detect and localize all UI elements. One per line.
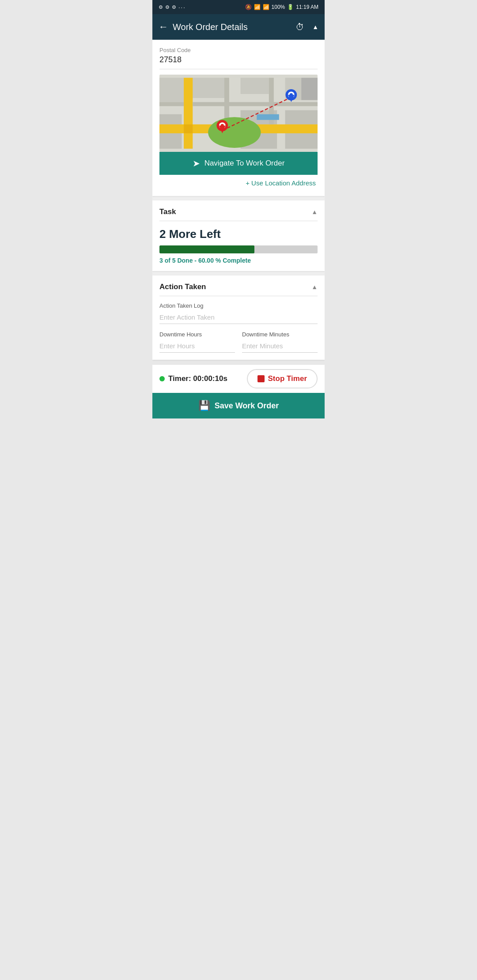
location-link-container: + Use Location Address xyxy=(159,175,318,189)
svg-point-15 xyxy=(208,117,261,148)
battery-icon: 🔋 xyxy=(287,4,294,10)
more-icon: ··· xyxy=(178,4,186,11)
svg-rect-1 xyxy=(159,78,184,102)
settings-icon-1: ⚙ xyxy=(159,4,163,10)
downtime-minutes-label: Downtime Minutes xyxy=(242,331,318,338)
svg-rect-8 xyxy=(184,78,193,149)
settings-icon-2: ⚙ xyxy=(165,4,170,10)
time-display: 11:19 AM xyxy=(296,4,318,10)
mute-icon: 🔕 xyxy=(245,4,252,10)
svg-rect-16 xyxy=(257,114,279,120)
main-content: Postal Code 27518 xyxy=(152,40,325,360)
svg-rect-2 xyxy=(192,78,224,98)
downtime-row: Downtime Hours Downtime Minutes xyxy=(159,331,318,353)
navigate-arrow-icon: ➤ xyxy=(193,158,200,169)
postal-map-card: Postal Code 27518 xyxy=(152,40,325,196)
action-taken-log-group: Action Taken Log xyxy=(159,302,318,324)
timer-active-dot xyxy=(159,376,165,381)
downtime-minutes-input[interactable] xyxy=(242,339,318,353)
task-section-title: Task xyxy=(159,207,176,216)
progress-text: 3 of 5 Done - 60.00 % Complete xyxy=(159,257,318,264)
save-work-order-bar[interactable]: 💾 Save Work Order xyxy=(152,393,325,418)
action-taken-title: Action Taken xyxy=(159,283,206,291)
task-section-header: Task ▲ xyxy=(159,207,318,221)
postal-code-value: 27518 xyxy=(159,55,318,64)
status-bar: ⚙ ⚙ ⚙ ··· 🔕 📶 📶 100% 🔋 11:19 AM xyxy=(152,0,325,14)
progress-bar-fill xyxy=(159,245,254,253)
back-button[interactable]: ← xyxy=(159,21,168,33)
task-card: Task ▲ 2 More Left 3 of 5 Done - 60.00 %… xyxy=(152,200,325,271)
svg-rect-14 xyxy=(193,102,318,106)
stop-timer-button[interactable]: Stop Timer xyxy=(247,369,318,388)
settings-icon-3: ⚙ xyxy=(172,4,176,10)
downtime-hours-group: Downtime Hours xyxy=(159,331,235,353)
map-svg xyxy=(159,75,318,152)
progress-bar-background xyxy=(159,245,318,253)
svg-rect-10 xyxy=(184,124,193,133)
stop-timer-label: Stop Timer xyxy=(268,374,307,383)
nav-left: ← Work Order Details xyxy=(159,21,248,33)
page-title: Work Order Details xyxy=(173,22,248,32)
nav-right: ⏱ ▲ xyxy=(295,22,318,32)
stop-square-icon xyxy=(257,375,265,382)
map-container[interactable] xyxy=(159,75,318,152)
timer-label: Timer: 00:00:10s xyxy=(168,374,227,383)
save-work-order-label: Save Work Order xyxy=(215,401,279,411)
action-taken-card: Action Taken ▲ Action Taken Log Downtime… xyxy=(152,275,325,360)
postal-code-label: Postal Code xyxy=(159,47,318,53)
nav-bar: ← Work Order Details ⏱ ▲ xyxy=(152,14,325,40)
navigate-button[interactable]: ➤ Navigate To Work Order xyxy=(159,152,318,175)
status-bar-right: 🔕 📶 📶 100% 🔋 11:19 AM xyxy=(245,4,318,10)
save-icon: 💾 xyxy=(198,400,210,411)
svg-rect-3 xyxy=(241,78,269,94)
timer-left: Timer: 00:00:10s xyxy=(159,374,227,383)
progress-percent-text: 60.00 % Complete xyxy=(198,257,251,264)
action-taken-log-label: Action Taken Log xyxy=(159,302,318,309)
svg-marker-26 xyxy=(301,78,318,100)
signal-icon: 📶 xyxy=(263,4,269,10)
navigate-label: Navigate To Work Order xyxy=(204,159,285,168)
status-bar-left: ⚙ ⚙ ⚙ ··· xyxy=(159,4,186,11)
downtime-hours-input[interactable] xyxy=(159,339,235,353)
svg-rect-11 xyxy=(224,78,229,124)
task-count-label: 2 More Left xyxy=(159,227,318,241)
collapse-nav-icon[interactable]: ▲ xyxy=(312,23,318,30)
downtime-hours-label: Downtime Hours xyxy=(159,331,235,338)
action-taken-section-header: Action Taken ▲ xyxy=(159,283,318,296)
action-taken-collapse-icon[interactable]: ▲ xyxy=(311,283,318,290)
wifi-icon: 📶 xyxy=(254,4,261,10)
progress-done-text: 3 of 5 Done - xyxy=(159,257,198,264)
svg-rect-13 xyxy=(159,102,184,106)
task-collapse-icon[interactable]: ▲ xyxy=(311,208,318,215)
timer-icon[interactable]: ⏱ xyxy=(295,22,304,32)
downtime-minutes-group: Downtime Minutes xyxy=(242,331,318,353)
timer-bar: Timer: 00:00:10s Stop Timer xyxy=(152,364,325,393)
battery-percent: 100% xyxy=(272,4,285,10)
use-location-address-link[interactable]: + Use Location Address xyxy=(246,179,316,187)
action-taken-log-input[interactable] xyxy=(159,311,318,324)
